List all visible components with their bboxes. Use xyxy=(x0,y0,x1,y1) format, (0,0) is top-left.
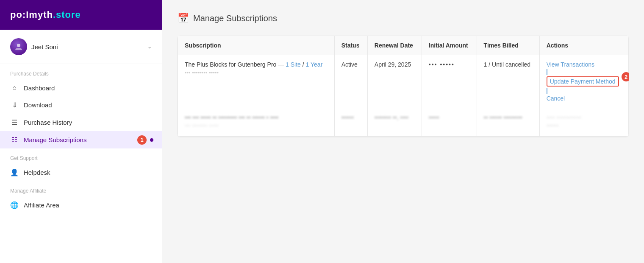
download-icon: ⇓ xyxy=(10,101,19,109)
subscription-name-blurred: ••• ••• ••••• •• ••••••••• ••• •• ••••••… xyxy=(185,114,328,121)
home-icon: ⌂ xyxy=(10,84,19,92)
subscription-cell: The Plus Blocks for Gutenberg Pro — 1 Si… xyxy=(178,55,335,108)
sidebar-item-dashboard[interactable]: ⌂ Dashboard xyxy=(0,79,162,96)
affiliate-icon: 🌐 xyxy=(10,201,19,209)
subscription-site-link[interactable]: 1 Site xyxy=(286,61,301,68)
dashboard-label: Dashboard xyxy=(24,84,55,92)
logo-part2: Imyth xyxy=(26,9,53,20)
avatar-image xyxy=(10,38,27,55)
sidebar: po:Imyth.store Jeet Soni ⌄ Purchase Deta… xyxy=(0,0,162,263)
helpdesk-label: Helpdesk xyxy=(24,169,50,176)
logo-tld: .store xyxy=(53,9,81,20)
calendar-icon: 📅 xyxy=(178,13,189,24)
user-name: Jeet Soni xyxy=(31,43,147,50)
user-profile[interactable]: Jeet Soni ⌄ xyxy=(0,30,162,64)
logo-cursor: : xyxy=(22,9,26,20)
col-status: Status xyxy=(334,36,367,55)
subscription-cell-blurred: ••• ••• ••••• •• ••••••••• ••• •• ••••••… xyxy=(178,108,335,137)
annotation-badge-2: 2 xyxy=(622,72,629,81)
sidebar-item-purchase-history[interactable]: ☰ Purchase History xyxy=(0,114,162,131)
subscription-sub-blurred: ••• •••••••• ••••• xyxy=(185,123,328,129)
status-cell-blurred: •••••• xyxy=(334,108,367,137)
brand-logo: po:Imyth.store xyxy=(10,9,81,20)
cancel-link-blurred: •••••• xyxy=(547,122,622,129)
col-times-billed: Times Billed xyxy=(477,36,539,55)
page-title-text: Manage Subscriptions xyxy=(193,14,277,23)
sidebar-item-manage-subscriptions[interactable]: ☷ Manage Subscriptions 1 xyxy=(0,131,162,148)
action-divider-1 xyxy=(547,69,547,75)
cancel-link[interactable]: Cancel xyxy=(547,95,622,102)
history-icon: ☰ xyxy=(10,118,19,126)
subscription-year-link[interactable]: 1 Year xyxy=(306,61,323,68)
renewal-date-cell: April 29, 2025 xyxy=(367,55,422,108)
update-payment-button[interactable]: Update Payment Method xyxy=(547,76,619,87)
table-header-row: Subscription Status Renewal Date Initial… xyxy=(178,36,629,55)
subscriptions-icon: ☷ xyxy=(10,136,19,144)
purchase-history-label: Purchase History xyxy=(24,119,72,126)
col-renewal-date: Renewal Date xyxy=(367,36,422,55)
sidebar-item-affiliate-area[interactable]: 🌐 Affiliate Area xyxy=(0,196,162,214)
manage-subscriptions-label: Manage Subscriptions xyxy=(24,136,86,143)
initial-amount-cell: ••• ••••• xyxy=(422,55,477,108)
get-support-section: Get Support xyxy=(0,148,162,164)
times-billed-cell-blurred: •• •••••• ••••••••• xyxy=(477,108,539,137)
purchase-details-section: Purchase Details xyxy=(0,64,162,79)
col-actions: Actions xyxy=(539,36,628,55)
actions-cell-blurred: •••• •••••••••••• •••••• xyxy=(539,108,628,137)
active-indicator xyxy=(150,138,153,142)
page-title: 📅 Manage Subscriptions xyxy=(178,13,629,24)
action-divider-2 xyxy=(547,88,547,94)
col-subscription: Subscription xyxy=(178,36,335,55)
renewal-date-cell-blurred: •••••••• ••, •••• xyxy=(367,108,422,137)
col-initial-amount: Initial Amount xyxy=(422,36,477,55)
sidebar-item-download[interactable]: ⇓ Download xyxy=(0,96,162,114)
affiliate-area-label: Affiliate Area xyxy=(24,201,59,209)
view-transactions-link-blurred: •••• •••••••••••• xyxy=(547,114,622,121)
table-row-blurred: ••• ••• ••••• •• ••••••••• ••• •• ••••••… xyxy=(178,108,629,137)
logo-part1: po xyxy=(10,9,22,20)
initial-amount-cell-blurred: ••••• xyxy=(422,108,477,137)
status-cell: Active xyxy=(334,55,367,108)
svg-point-0 xyxy=(17,44,20,47)
actions-cell: View Transactions Update Payment Method … xyxy=(539,55,628,108)
table-row: The Plus Blocks for Gutenberg Pro — 1 Si… xyxy=(178,55,629,108)
chevron-down-icon: ⌄ xyxy=(147,44,152,50)
main-content: 📅 Manage Subscriptions Subscription Stat… xyxy=(162,0,644,263)
sidebar-header: po:Imyth.store xyxy=(0,0,162,30)
times-billed-cell: 1 / Until cancelled xyxy=(477,55,539,108)
annotation-badge-1: 1 xyxy=(137,135,147,145)
download-label: Download xyxy=(24,101,52,109)
subscription-name: The Plus Blocks for Gutenberg Pro — 1 Si… xyxy=(185,61,328,68)
subscriptions-table: Subscription Status Renewal Date Initial… xyxy=(178,36,629,137)
sidebar-item-helpdesk[interactable]: 👤 Helpdesk xyxy=(0,164,162,181)
helpdesk-icon: 👤 xyxy=(10,168,19,176)
avatar xyxy=(10,38,27,55)
subscription-blurred: ••• •••••••• ••••• xyxy=(185,70,328,76)
manage-affiliate-section: Manage Affiliate xyxy=(0,181,162,196)
view-transactions-link[interactable]: View Transactions xyxy=(547,61,622,68)
